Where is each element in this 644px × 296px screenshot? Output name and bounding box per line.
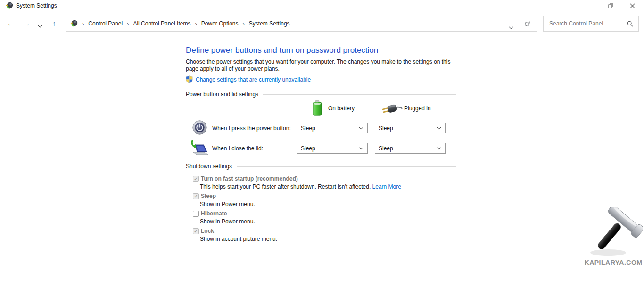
power-button-lid-settings-header: Power button and lid settings — [186, 91, 456, 98]
breadcrumb-power-options[interactable]: Power Options — [201, 20, 239, 27]
laptop-lid-icon — [190, 140, 209, 156]
section-label: Power button and lid settings — [186, 91, 258, 98]
check-icon: ✓ — [194, 229, 198, 234]
system-settings-window: System Settings ← → ↑ › Control Panel — [0, 0, 644, 296]
recent-pages-chevron[interactable] — [37, 22, 43, 29]
search-icon[interactable] — [627, 21, 634, 29]
section-rule — [263, 94, 456, 95]
breadcrumb: › Control Panel › All Control Panel Item… — [78, 20, 290, 27]
hibernate-description: Show in Power menu. — [200, 218, 255, 225]
hibernate-label: Hibernate — [201, 210, 227, 217]
restore-icon — [608, 3, 613, 8]
power-button-on-battery-dropdown[interactable]: Sleep — [297, 123, 368, 133]
restore-button[interactable] — [600, 0, 621, 11]
chevron-down-icon — [437, 127, 441, 130]
refresh-icon — [524, 21, 530, 27]
plug-icon — [381, 103, 403, 115]
back-button[interactable]: ← — [6, 20, 15, 27]
fast-startup-checkbox[interactable]: ✓ — [193, 176, 199, 182]
close-lid-row-label: When I close the lid: — [212, 145, 263, 152]
sleep-checkbox[interactable]: ✓ — [193, 193, 199, 199]
page-title: Define power buttons and turn on passwor… — [186, 46, 378, 55]
forward-button[interactable]: → — [22, 20, 32, 27]
fast-startup-description: This helps start your PC faster after sh… — [200, 183, 401, 190]
minimize-button[interactable] — [578, 0, 600, 11]
breadcrumb-separator: › — [123, 20, 133, 27]
close-lid-on-battery-dropdown[interactable]: Sleep — [297, 143, 368, 154]
plugged-in-column-header: Plugged in — [404, 105, 431, 112]
uac-link-row: Change settings that are currently unava… — [186, 75, 311, 83]
hammer-watermark-icon — [586, 207, 643, 257]
address-dropdown-button[interactable] — [509, 23, 513, 31]
dropdown-value: Sleep — [375, 145, 437, 152]
lock-description: Show in account picture menu. — [200, 236, 277, 242]
fast-startup-label: Turn on fast startup (recommended) — [201, 175, 298, 182]
refresh-button[interactable] — [524, 21, 530, 29]
chevron-down-icon — [38, 25, 42, 28]
power-button-icon — [192, 120, 207, 135]
power-button-row-label: When I press the power button: — [212, 125, 291, 132]
address-bar[interactable]: › Control Panel › All Control Panel Item… — [66, 16, 537, 32]
magnifier-icon — [627, 21, 634, 27]
lock-checkbox[interactable]: ✓ — [193, 228, 199, 234]
titlebar: System Settings — [0, 0, 644, 11]
on-battery-column-header: On battery — [328, 105, 355, 112]
breadcrumb-separator: › — [190, 20, 201, 27]
dropdown-value: Sleep — [297, 125, 359, 132]
search-box — [543, 16, 639, 32]
hibernate-checkbox[interactable] — [193, 211, 199, 217]
control-panel-icon — [70, 20, 78, 27]
intro-text: Choose the power settings that you want … — [186, 58, 454, 73]
lock-label: Lock — [201, 228, 214, 234]
chevron-down-icon — [509, 26, 513, 29]
breadcrumb-system-settings[interactable]: System Settings — [249, 20, 290, 27]
shutdown-settings-header: Shutdown settings — [186, 163, 456, 170]
power-button-plugged-in-dropdown[interactable]: Sleep — [375, 123, 446, 133]
section-label: Shutdown settings — [186, 163, 232, 170]
minimize-icon — [586, 6, 592, 6]
breadcrumb-control-panel[interactable]: Control Panel — [88, 20, 123, 27]
battery-icon — [313, 100, 322, 116]
breadcrumb-separator: › — [78, 20, 88, 27]
learn-more-link[interactable]: Learn More — [372, 183, 401, 190]
close-lid-plugged-in-dropdown[interactable]: Sleep — [375, 143, 446, 154]
chevron-down-icon — [437, 147, 441, 150]
check-icon: ✓ — [194, 194, 198, 199]
fast-startup-description-text: This helps start your PC faster after sh… — [200, 183, 371, 190]
breadcrumb-separator: › — [239, 20, 249, 27]
search-input[interactable] — [544, 16, 638, 31]
dropdown-value: Sleep — [375, 125, 437, 132]
check-icon: ✓ — [194, 177, 198, 181]
close-button[interactable] — [621, 0, 643, 11]
section-rule — [237, 166, 456, 167]
chevron-down-icon — [359, 127, 363, 130]
close-icon — [630, 3, 635, 8]
chevron-down-icon — [359, 147, 363, 150]
window-title: System Settings — [16, 2, 57, 9]
uac-shield-icon — [186, 75, 193, 83]
change-settings-link[interactable]: Change settings that are currently unava… — [196, 76, 311, 83]
up-button[interactable]: ↑ — [50, 20, 59, 27]
breadcrumb-all-control-panel-items[interactable]: All Control Panel Items — [133, 20, 190, 27]
control-panel-icon — [6, 2, 13, 9]
sleep-label: Sleep — [201, 193, 216, 199]
sleep-description: Show in Power menu. — [200, 201, 255, 207]
watermark-text: KAPILARYA.COM — [584, 259, 643, 266]
dropdown-value: Sleep — [297, 145, 359, 152]
